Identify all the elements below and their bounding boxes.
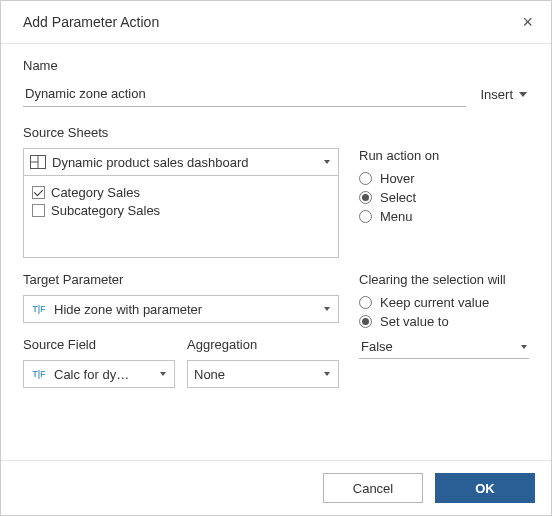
target-value: Hide zone with parameter (54, 302, 202, 317)
ok-button[interactable]: OK (435, 473, 535, 503)
run-on-label: Run action on (359, 148, 529, 163)
dashboard-select[interactable]: Dynamic product sales dashboard (23, 148, 339, 176)
aggregation-label: Aggregation (187, 337, 339, 352)
name-input[interactable] (23, 81, 466, 107)
radio-label: Set value to (380, 314, 449, 329)
source-field-label: Source Field (23, 337, 175, 352)
sheet-checkbox-category[interactable]: Category Sales (32, 185, 330, 200)
dialog-footer: Cancel OK (1, 460, 551, 515)
dashboard-icon (30, 155, 46, 169)
radio-icon (359, 296, 372, 309)
set-value: False (361, 339, 393, 354)
chevron-down-icon (160, 372, 166, 376)
radio-icon (359, 172, 372, 185)
chevron-down-icon (324, 372, 330, 376)
radio-label: Hover (380, 171, 415, 186)
dialog-titlebar: Add Parameter Action × (1, 1, 551, 44)
checkbox-icon (32, 204, 45, 217)
run-on-hover[interactable]: Hover (359, 171, 529, 186)
source-field-value: Calc for dy… (54, 367, 129, 382)
chevron-down-icon (324, 307, 330, 311)
dialog-title: Add Parameter Action (23, 14, 159, 30)
clearing-keep[interactable]: Keep current value (359, 295, 529, 310)
tf-icon: T|F (30, 367, 48, 381)
sheet-checkbox-subcategory[interactable]: Subcategory Sales (32, 203, 330, 218)
chevron-down-icon (521, 345, 527, 349)
sheet-label: Subcategory Sales (51, 203, 160, 218)
insert-label: Insert (480, 87, 513, 102)
radio-label: Select (380, 190, 416, 205)
dashboard-value: Dynamic product sales dashboard (52, 155, 249, 170)
source-sheets-label: Source Sheets (23, 125, 529, 140)
clearing-label: Clearing the selection will (359, 272, 529, 287)
set-value-select[interactable]: False (359, 335, 529, 359)
run-on-menu[interactable]: Menu (359, 209, 529, 224)
aggregation-value: None (194, 367, 225, 382)
checkbox-icon (32, 186, 45, 199)
insert-button[interactable]: Insert (478, 83, 529, 106)
target-select[interactable]: T|F Hide zone with parameter (23, 295, 339, 323)
clearing-set[interactable]: Set value to (359, 314, 529, 329)
aggregation-select[interactable]: None (187, 360, 339, 388)
radio-icon (359, 210, 372, 223)
chevron-down-icon (324, 160, 330, 164)
radio-icon (359, 315, 372, 328)
sheet-list: Category Sales Subcategory Sales (23, 176, 339, 258)
radio-icon (359, 191, 372, 204)
source-field-select[interactable]: T|F Calc for dy… (23, 360, 175, 388)
close-icon[interactable]: × (518, 11, 537, 33)
cancel-button[interactable]: Cancel (323, 473, 423, 503)
chevron-down-icon (519, 92, 527, 97)
tf-icon: T|F (30, 302, 48, 316)
name-label: Name (23, 58, 529, 73)
sheet-label: Category Sales (51, 185, 140, 200)
target-label: Target Parameter (23, 272, 339, 287)
run-on-select[interactable]: Select (359, 190, 529, 205)
radio-label: Menu (380, 209, 413, 224)
radio-label: Keep current value (380, 295, 489, 310)
